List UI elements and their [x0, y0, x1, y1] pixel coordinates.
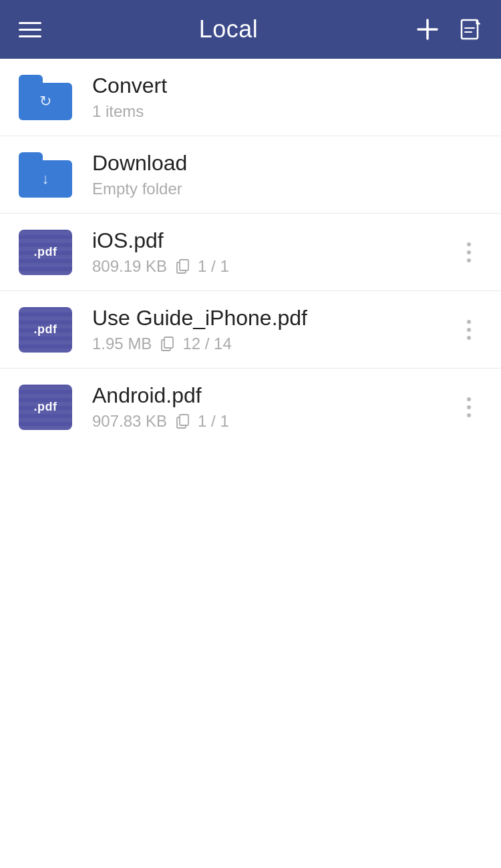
file-name: Android.pdf — [92, 383, 449, 408]
file-pages: 1 / 1 — [198, 412, 229, 431]
pdf-icon: .pdf — [19, 230, 72, 275]
svg-rect-10 — [180, 415, 188, 425]
file-size: 1.95 MB — [92, 335, 152, 353]
folder-icon: ↓ — [19, 152, 72, 198]
header-actions — [415, 17, 482, 41]
file-meta: 1.95 MB 12 / 14 — [92, 335, 449, 353]
more-options-button[interactable] — [456, 239, 482, 266]
more-options-button[interactable] — [456, 316, 482, 343]
file-name: Use Guide_iPhone.pdf — [92, 306, 449, 331]
list-item[interactable]: .pdf iOS.pdf 809.19 KB 1 / 1 — [0, 214, 501, 291]
folder-meta: Empty folder — [92, 180, 182, 198]
pdf-label: .pdf — [34, 400, 57, 414]
file-pages: 12 / 14 — [182, 335, 231, 353]
copy-icon — [176, 414, 191, 429]
list-item[interactable]: .pdf Android.pdf 907.83 KB 1 / 1 — [0, 369, 501, 445]
header: Local — [0, 0, 501, 59]
copy-icon — [176, 259, 191, 274]
more-options-button[interactable] — [456, 394, 482, 421]
svg-rect-6 — [180, 260, 188, 270]
file-size: 907.83 KB — [92, 412, 167, 431]
list-item[interactable]: ↻ Convert 1 items — [0, 59, 501, 136]
folder-icon: ↻ — [19, 75, 72, 120]
svg-rect-8 — [164, 337, 173, 348]
folder-symbol: ↓ — [42, 170, 49, 188]
list-item[interactable]: ↓ Download Empty folder — [0, 136, 501, 214]
pdf-label: .pdf — [34, 322, 57, 337]
file-info: Use Guide_iPhone.pdf 1.95 MB 12 / 14 — [92, 306, 449, 353]
file-meta: 809.19 KB 1 / 1 — [92, 257, 449, 276]
file-meta: 1 items — [92, 102, 482, 121]
note-button[interactable] — [458, 17, 482, 41]
folder-symbol: ↻ — [39, 93, 51, 110]
pdf-icon: .pdf — [19, 385, 72, 430]
pdf-icon: .pdf — [19, 307, 72, 353]
file-info: Download Empty folder — [92, 151, 482, 198]
file-list: ↻ Convert 1 items ↓ Download Empty folde… — [0, 59, 501, 445]
file-size: 809.19 KB — [92, 257, 167, 276]
folder-meta: 1 items — [92, 102, 144, 121]
add-button[interactable] — [415, 17, 440, 41]
file-info: Android.pdf 907.83 KB 1 / 1 — [92, 383, 449, 431]
pdf-label: .pdf — [34, 245, 57, 259]
copy-icon — [161, 337, 176, 351]
svg-rect-2 — [462, 20, 478, 39]
file-info: iOS.pdf 809.19 KB 1 / 1 — [92, 228, 449, 276]
file-name: Convert — [92, 73, 482, 98]
file-name: iOS.pdf — [92, 228, 449, 253]
app-root: Local ↻ — [0, 0, 501, 445]
file-meta: Empty folder — [92, 180, 482, 198]
file-meta: 907.83 KB 1 / 1 — [92, 412, 449, 431]
file-name: Download — [92, 151, 482, 176]
menu-icon[interactable] — [19, 22, 41, 37]
file-pages: 1 / 1 — [198, 257, 229, 276]
list-item[interactable]: .pdf Use Guide_iPhone.pdf 1.95 MB 12 / 1… — [0, 291, 501, 369]
file-info: Convert 1 items — [92, 73, 482, 121]
header-title: Local — [199, 15, 259, 43]
